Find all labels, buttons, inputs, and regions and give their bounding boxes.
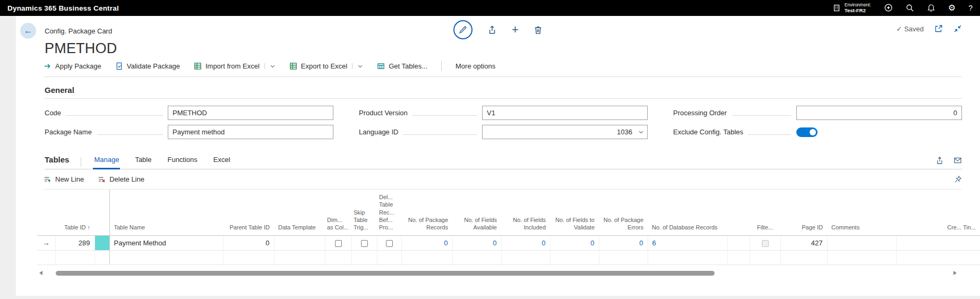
cell-no-fields-to-validate: 0 [550, 235, 599, 250]
share-icon [487, 25, 497, 35]
col-no-package-records[interactable]: No. of Package Records [401, 190, 452, 235]
cell-no-fields-included: 0 [501, 235, 550, 250]
delete-button[interactable] [534, 25, 543, 35]
no-fields-to-validate-link[interactable]: 0 [590, 239, 594, 247]
action-toolbar: Apply Package Validate Package [44, 61, 962, 77]
scroll-right-arrow[interactable] [953, 271, 957, 275]
package-name-input[interactable] [168, 125, 333, 139]
col-parent-table-id[interactable]: Parent Table ID [223, 190, 274, 235]
new-line-label: New Line [55, 175, 84, 183]
no-database-records-link[interactable]: 6 [652, 239, 656, 247]
cell-parent-table-id[interactable]: 0 [223, 235, 274, 250]
empty-cell[interactable] [223, 250, 274, 264]
cell-table-id[interactable]: 289 [55, 235, 94, 250]
export-to-excel-label: Export to Excel [301, 62, 347, 70]
export-to-excel-button[interactable]: Export to Excel [289, 62, 347, 70]
cell-delete-table-records [377, 235, 401, 250]
delete-table-records-checkbox[interactable] [386, 240, 393, 247]
share-button[interactable] [487, 25, 497, 35]
cell-no-database-records: 6 [648, 235, 727, 250]
apply-package-button[interactable]: Apply Package [44, 62, 101, 70]
cell-page-id[interactable]: 427 [780, 235, 827, 250]
col-filtered[interactable]: Filte... [750, 190, 780, 235]
tables-tabs: Manage Table Functions Excel [93, 156, 231, 169]
notifications-button[interactable] [927, 4, 935, 12]
no-package-records-link[interactable]: 0 [444, 239, 448, 247]
toggle-knob [810, 129, 816, 135]
processing-order-input[interactable] [796, 106, 962, 120]
no-package-errors-link[interactable]: 0 [639, 239, 643, 247]
no-fields-available-link[interactable]: 0 [493, 239, 496, 247]
help-button[interactable]: ? [968, 4, 973, 12]
config-package-card: ← Config. Package Card [16, 16, 980, 296]
get-tables-button[interactable]: Get Tables... [377, 62, 427, 70]
col-rowmarker [37, 190, 55, 235]
col-spacer [727, 190, 750, 235]
col-dim-as-col[interactable]: Dim... as Col... [325, 190, 351, 235]
toolbar-divider [441, 61, 442, 71]
pin-button[interactable] [954, 175, 962, 183]
open-in-excel-button[interactable] [953, 156, 962, 165]
col-page-id[interactable]: Page ID [780, 190, 827, 235]
edit-button[interactable] [453, 20, 472, 39]
breadcrumb[interactable]: Config. Package Card [45, 27, 112, 35]
col-no-database-records[interactable]: No. of Database Records [648, 190, 727, 235]
col-no-fields-included[interactable]: No. of Fields Included [501, 190, 550, 235]
col-comments[interactable]: Comments [827, 190, 896, 235]
new-line-button[interactable]: New Line [44, 175, 84, 183]
scrollbar-track[interactable] [47, 271, 949, 276]
empty-cell[interactable] [55, 250, 94, 264]
new-document-button[interactable]: + [512, 24, 519, 36]
col-table-name[interactable]: Table Name [109, 190, 223, 235]
cell-no-fields-available: 0 [452, 235, 501, 250]
dim-as-col-checkbox[interactable] [335, 240, 342, 247]
language-id-input[interactable] [482, 125, 648, 139]
col-color [94, 190, 109, 235]
scrollbar-thumb[interactable] [56, 271, 715, 276]
col-no-package-errors[interactable]: No. of Package Errors [599, 190, 648, 235]
skip-table-triggers-checkbox[interactable] [361, 240, 368, 247]
cell-comments[interactable] [827, 235, 896, 250]
import-from-excel-button[interactable]: Import from Excel [194, 62, 260, 70]
more-options-button[interactable]: More options [455, 62, 495, 70]
search-button[interactable] [906, 4, 914, 12]
col-table-id[interactable]: Table ID ↑ [55, 190, 94, 235]
col-skip-table-triggers[interactable]: Skip Table Trig... [351, 190, 377, 235]
cell-data-template[interactable] [274, 235, 325, 250]
import-split-caret[interactable] [264, 63, 276, 69]
cell-created-time[interactable] [896, 235, 980, 250]
col-delete-table-records[interactable]: Del... Table Rec... Bef... Pro... [377, 190, 401, 235]
col-no-fields-to-validate[interactable]: No. of Fields to Validate [550, 190, 599, 235]
tab-excel[interactable]: Excel [212, 156, 231, 169]
dotted-leader [97, 134, 162, 135]
tab-manage[interactable]: Manage [93, 156, 120, 169]
cell-no-package-errors: 0 [599, 235, 648, 250]
export-split-caret[interactable] [352, 63, 363, 69]
tab-table[interactable]: Table [134, 156, 152, 169]
tables-section-title: Tables [45, 155, 69, 169]
empty-cell[interactable] [109, 250, 223, 264]
empty-cell[interactable] [274, 250, 325, 264]
pencil-icon [459, 25, 467, 34]
collapse-button[interactable] [953, 24, 962, 33]
part-share-button[interactable] [935, 156, 944, 165]
cell-table-name[interactable]: Payment Method [109, 235, 223, 250]
back-button[interactable]: ← [20, 23, 36, 39]
scroll-left-arrow[interactable] [39, 271, 42, 275]
no-fields-included-link[interactable]: 0 [541, 239, 545, 247]
environment-button[interactable]: Environment: Test-FR2 [832, 2, 871, 14]
col-created-time[interactable]: Cre... Tin... [896, 190, 980, 235]
top-navigation-bar: Dynamics 365 Business Central Environmen… [0, 0, 980, 16]
settings-button[interactable]: ⚙ [948, 4, 956, 12]
col-no-fields-available[interactable]: No. of Fields Available [452, 190, 501, 235]
copilot-button[interactable] [884, 3, 893, 12]
validate-package-button[interactable]: Validate Package [115, 62, 180, 70]
tab-functions[interactable]: Functions [166, 156, 198, 169]
code-input[interactable] [168, 106, 333, 120]
trash-icon [534, 25, 543, 35]
delete-line-button[interactable]: Delete Line [98, 175, 144, 183]
product-version-input[interactable] [482, 106, 648, 120]
exclude-config-tables-toggle[interactable] [796, 127, 818, 137]
open-in-new-window-button[interactable] [934, 24, 943, 33]
col-data-template[interactable]: Data Template [274, 190, 325, 235]
